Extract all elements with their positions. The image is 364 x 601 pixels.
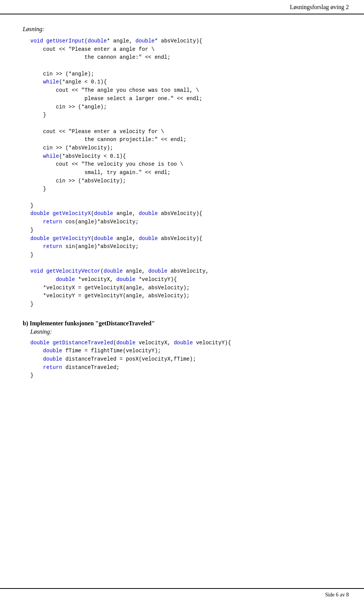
solution-label-b: Løsning: [30, 328, 341, 335]
footer-text: Side 6 av 8 [325, 592, 349, 598]
page-content: Løsning: void getUserInput(double* angle… [0, 14, 364, 410]
keyword-double3: double [30, 210, 49, 217]
keyword-double-b1: double [30, 340, 49, 346]
subsection-b-label: b) Implementer funksjonen "getDistanceTr… [23, 320, 341, 327]
subsection-b-text: b) Implementer funksjonen "getDistanceTr… [23, 320, 155, 326]
keyword-double8: double [139, 235, 158, 242]
keyword-void2: void [30, 268, 43, 274]
keyword-double-b2: double [116, 340, 135, 346]
code-block-b: double getDistanceTraveled(double veloci… [30, 339, 341, 380]
keyword-double1: double [88, 38, 107, 44]
keyword-double-b3: double [174, 340, 193, 346]
keyword-return-b: return [43, 364, 62, 370]
func-getVelocityVector: getVelocityVector [46, 268, 100, 274]
func-getVelocityY: getVelocityY [53, 235, 91, 242]
func-getUserInput: getUserInput [46, 38, 85, 44]
keyword-return1: return [43, 219, 62, 225]
keyword-double-b4: double [43, 348, 62, 354]
keyword-double9: double [104, 268, 122, 274]
func-getVelocityX: getVelocityX [53, 210, 91, 217]
solution-label: Løsning: [23, 26, 341, 33]
keyword-double4: double [94, 210, 113, 217]
keyword-double5: double [139, 210, 158, 217]
func-getDistanceTraveled: getDistanceTraveled [53, 340, 113, 346]
keyword-return2: return [43, 243, 62, 250]
page-footer: Side 6 av 8 [0, 588, 364, 601]
keyword-double6: double [30, 235, 49, 242]
main-code-block: void getUserInput(double* angle, double*… [30, 37, 341, 309]
keyword-double7: double [94, 235, 113, 242]
header-title: Løsningsforslag øving 2 [290, 4, 349, 11]
keyword-double12: double [116, 276, 135, 282]
keyword-while1: while [43, 79, 59, 85]
keyword-void: void [30, 38, 43, 44]
page-header: Løsningsforslag øving 2 [0, 0, 364, 14]
keyword-double10: double [148, 268, 167, 274]
keyword-double-b5: double [43, 356, 62, 362]
keyword-double11: double [56, 276, 75, 282]
keyword-while2: while [43, 153, 59, 159]
keyword-double2: double [135, 38, 154, 44]
